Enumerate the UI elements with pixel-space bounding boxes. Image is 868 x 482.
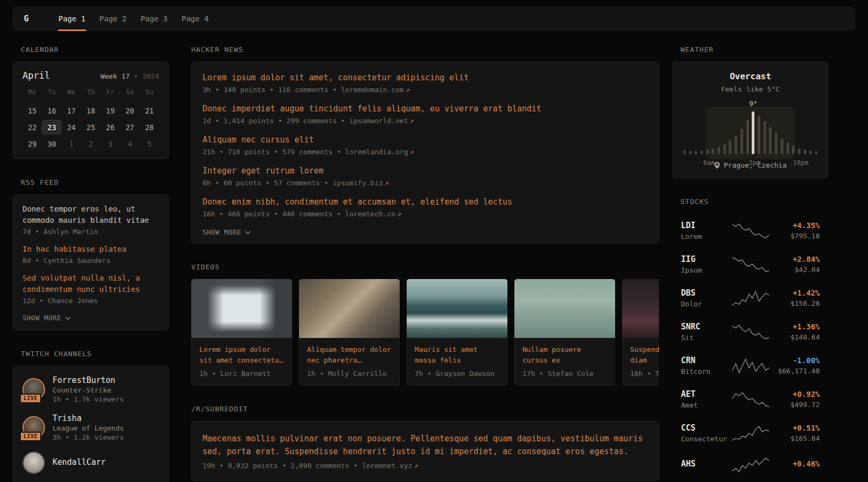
stock-row[interactable]: CRN Bitcorn -1.00% $66,171.48	[681, 349, 820, 382]
reddit-post-link[interactable]: Maecenas mollis pulvinar erat non posuer…	[203, 432, 648, 458]
video-card[interactable]: Mauris sit amet massa felis 7h • Grayson…	[407, 279, 507, 386]
app-logo[interactable]: G	[14, 6, 39, 31]
calendar-day: 16	[42, 103, 61, 118]
video-title[interactable]: Suspendisse euismod diam	[630, 344, 659, 366]
avatar: LIVE	[23, 378, 45, 401]
stock-change: +1.36%	[771, 322, 820, 331]
stock-row[interactable]: SNRC Sit +1.36% $148.64	[681, 315, 820, 349]
external-link-icon[interactable]: ↗	[397, 210, 401, 218]
hn-domain-link[interactable]: loremtech.co	[345, 210, 395, 218]
subreddit-card: Maecenas mollis pulvinar erat non posuer…	[191, 421, 659, 481]
stock-row[interactable]: IIG Ipsum +2.84% $42.04	[681, 247, 820, 281]
hn-domain-link[interactable]: loremlandia.org	[345, 148, 408, 156]
video-title[interactable]: Nullam posuere cursus ex	[522, 344, 607, 366]
external-link-icon[interactable]: ↗	[410, 148, 414, 156]
stock-row[interactable]: AHS +0.46%	[681, 450, 820, 480]
twitch-channel[interactable]: KendallCarr	[23, 451, 159, 474]
rss-card: Donec tempor eros leo, ut commodo mauris…	[13, 194, 169, 330]
video-meta: 1h • Molly Carrillo	[307, 370, 392, 378]
rss-meta: 12d • Chance Jones	[23, 297, 159, 305]
tab-page-4[interactable]: Page 4	[175, 6, 216, 31]
video-card[interactable]: Nullam posuere cursus ex 17h • Stefan Co…	[514, 279, 615, 386]
hn-meta: 6h • 60 points • 57 comments • ipsumify.…	[203, 179, 648, 187]
rss-show-more-button[interactable]: SHOW MORE	[23, 314, 159, 322]
stock-symbol: DBS	[681, 288, 730, 298]
hn-domain-link[interactable]: loremdomain.com	[341, 86, 403, 94]
hn-headline-link[interactable]: Donec enim nibh, condimentum et accumsan…	[203, 197, 648, 207]
tab-page-3[interactable]: Page 3	[133, 6, 175, 31]
hn-show-more-button[interactable]: SHOW MORE	[203, 228, 648, 236]
rss-item[interactable]: In hac habitasse platea 8d • Cynthia Sau…	[23, 244, 159, 265]
external-link-icon[interactable]: ↗	[414, 462, 418, 470]
hn-headline-link[interactable]: Lorem ipsum dolor sit amet, consectetur …	[203, 73, 648, 82]
video-thumbnail[interactable]	[622, 279, 659, 338]
rss-item[interactable]: Donec tempor eros leo, ut commodo mauris…	[23, 204, 159, 236]
tab-page-1[interactable]: Page 1	[51, 6, 93, 31]
channel-name[interactable]: ForrestBurton	[53, 375, 124, 385]
stock-row[interactable]: LDI Lorem +4.35% $795.18	[681, 214, 820, 247]
channel-name[interactable]: KendallCarr	[53, 457, 106, 467]
twitch-channel[interactable]: LIVE Trisha League of Legends 3h • 1.2k …	[23, 413, 159, 441]
calendar-header: April Week 17 • 2024	[23, 70, 159, 81]
stock-symbol: IIG	[681, 254, 730, 264]
video-title[interactable]: Lorem ipsum dolor sit amet consectetu…	[199, 344, 284, 366]
stock-name: Ipsum	[681, 266, 730, 274]
rss-headline[interactable]: Sed volutpat nulla nisl, a condimentum n…	[23, 273, 159, 295]
calendar-weekday-row: Mo Tu We Th Fr Sa Su	[23, 88, 159, 96]
external-link-icon[interactable]: ↗	[385, 179, 389, 187]
rss-meta: 7d • Ashlyn Martin	[23, 228, 159, 236]
stock-change: +2.84%	[771, 255, 820, 263]
stock-price: $156.28	[771, 299, 820, 307]
stock-row[interactable]: DBS Dolor +1.42% $156.28	[681, 281, 820, 315]
video-thumbnail[interactable]	[299, 279, 400, 338]
hn-domain-link[interactable]: ipsumworld.net	[349, 117, 408, 125]
weekday-label: We	[62, 88, 81, 96]
stock-symbol: LDI	[681, 221, 730, 230]
hn-meta-text: 6h • 60 points • 57 comments •	[203, 179, 333, 187]
video-card[interactable]: Aliquam tempor dolor nec pharetra… 1h • …	[299, 279, 400, 386]
calendar-day: 26	[101, 120, 120, 134]
hn-story: Lorem ipsum dolor sit amet, consectetur …	[203, 73, 648, 94]
hn-headline-link[interactable]: Donec imperdiet augue tincidunt felis al…	[203, 104, 648, 114]
calendar-grid: 15 16 17 18 19 20 21 22 23 24 25 26 27 2…	[23, 103, 159, 151]
page-tabs: Page 1 Page 2 Page 3 Page 4	[51, 6, 215, 31]
video-meta: 7h • Grayson Dawson	[415, 370, 499, 378]
stock-row[interactable]: CCS Consectetur +0.51% $165.84	[681, 416, 820, 450]
calendar-card: April Week 17 • 2024 Mo Tu We Th Fr Sa S	[13, 62, 169, 159]
rss-item[interactable]: Sed volutpat nulla nisl, a condimentum n…	[23, 273, 159, 305]
stock-symbol: CRN	[681, 356, 730, 365]
hn-meta: 16h • 468 points • 440 comments • loremt…	[203, 210, 648, 218]
time-label: 2pm	[749, 159, 760, 167]
weekday-label: Sa	[120, 88, 139, 96]
rss-widget: RSS FEED Donec tempor eros leo, ut commo…	[13, 178, 169, 330]
stock-row[interactable]: AET Amet +0.92% $499.72	[681, 382, 820, 416]
video-card[interactable]: Lorem ipsum dolor sit amet consectetu… 1…	[191, 279, 292, 386]
video-card[interactable]: Suspendisse euismod diam 18h • Tara	[622, 279, 659, 386]
hackernews-card: Lorem ipsum dolor sit amet, consectetur …	[191, 62, 659, 244]
hn-headline-link[interactable]: Aliquam nec cursus elit	[203, 135, 648, 145]
tab-page-2[interactable]: Page 2	[93, 6, 134, 31]
video-thumbnail[interactable]	[514, 279, 615, 338]
channel-name[interactable]: Trisha	[53, 413, 124, 423]
video-title[interactable]: Aliquam tempor dolor nec pharetra…	[307, 344, 392, 366]
reddit-domain-link[interactable]: loremnet.xyz	[362, 462, 412, 470]
external-link-icon[interactable]: ↗	[406, 86, 410, 94]
calendar-day-next-month: 3	[101, 137, 120, 151]
hn-domain-link[interactable]: ipsumify.biz	[333, 179, 383, 187]
channel-avatar	[23, 451, 45, 474]
stock-price: $499.72	[771, 401, 820, 409]
stock-name: Consectetur	[681, 435, 730, 443]
videos-widget-title: VIDEOS	[191, 263, 659, 271]
video-row: Lorem ipsum dolor sit amet consectetu… 1…	[191, 279, 659, 386]
video-thumbnail[interactable]	[407, 279, 507, 338]
topbar: G Page 1 Page 2 Page 3 Page 4	[13, 6, 855, 31]
hn-headline-link[interactable]: Integer eget rutrum lorem	[203, 166, 648, 176]
video-thumbnail[interactable]	[191, 279, 292, 338]
twitch-channel[interactable]: LIVE ForrestBurton Counter-Strike 1h • 1…	[23, 375, 159, 403]
calendar-day: 29	[23, 137, 42, 151]
video-title[interactable]: Mauris sit amet massa felis	[415, 344, 499, 366]
rss-headline[interactable]: Donec tempor eros leo, ut commodo mauris…	[23, 204, 159, 226]
calendar-day: 27	[120, 120, 139, 134]
external-link-icon[interactable]: ↗	[410, 117, 414, 125]
rss-headline[interactable]: In hac habitasse platea	[23, 244, 159, 255]
